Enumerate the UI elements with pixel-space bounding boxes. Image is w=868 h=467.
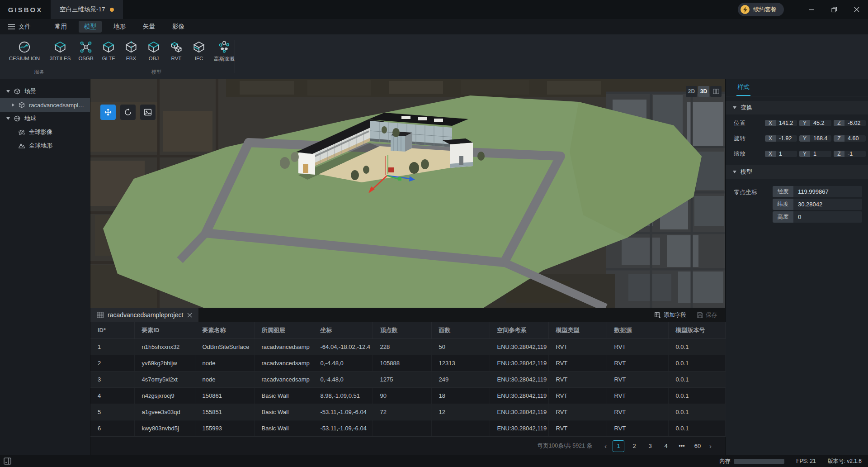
caret-down-icon[interactable] [6,117,10,120]
y-input[interactable]: Y 168.4 [799,135,831,142]
menu-item-file[interactable]: 文件 [8,23,31,31]
section-model[interactable]: 模型 [726,165,868,179]
ribbon-button-cesium-ion[interactable]: CESIUM ION [4,37,45,64]
move-tool-button[interactable] [100,105,116,120]
cell-vertex-count: 72 [373,404,431,420]
x-value[interactable]: 1 [776,151,797,157]
viewport-3d[interactable]: 2D 3D [90,79,725,308]
memory-indicator: 内存 [719,457,784,465]
page-button[interactable]: 3 [644,440,656,452]
tree-item-global-imagery[interactable]: 全球影像 [0,125,90,139]
ribbon-button-osgb[interactable]: OSGB [75,37,97,64]
cell-feature-id: kwy803nvbd5j [134,420,195,436]
x-value[interactable]: 141.2 [776,120,797,126]
rotate-tool-button[interactable] [120,105,136,120]
y-input[interactable]: Y 1 [799,151,831,157]
menu-item-vector[interactable]: 矢量 [137,21,160,33]
y-input[interactable]: Y 45.2 [799,120,831,126]
cell-id: 1 [90,338,134,355]
ribbon-button-ifc[interactable]: IFC [188,37,210,64]
z-value[interactable]: 4.60 [844,135,866,142]
save-button[interactable]: 保存 [697,311,717,319]
menu-item-common[interactable]: 常用 [49,21,72,33]
add-field-button[interactable]: 添加字段 [655,311,686,319]
origin-field-label: 高度 [773,211,793,223]
split-view-button[interactable] [710,86,722,97]
view-mode-3d-button[interactable]: 3D [698,86,709,97]
x-value[interactable]: -1.92 [776,135,797,142]
restore-button[interactable] [823,0,845,19]
pagination-bar: 每页100条/共 5921 条 ‹ 1234•••60 › [90,437,725,455]
box-icon [18,101,25,109]
renew-plan-button[interactable]: 续约套餐 [738,3,784,16]
view-mode-2d-button[interactable]: 2D [686,86,697,97]
close-button[interactable] [845,0,868,19]
snapshot-tool-button[interactable] [140,105,156,120]
tree-item-earth[interactable]: 地球 [0,112,90,125]
minimize-button[interactable] [800,0,823,19]
page-button[interactable]: 4 [660,440,672,452]
ribbon-button-obj[interactable]: OBJ [142,37,165,64]
console-icon[interactable] [4,457,11,465]
z-input[interactable]: Z -1 [834,151,866,157]
z-input[interactable]: Z 4.60 [834,135,866,142]
page-button[interactable]: 60 [692,440,703,452]
table-row[interactable]: 3 4s7omy5xl2xt node racadvancedsamp 0,-4… [90,371,725,387]
y-value[interactable]: 45.2 [810,120,831,126]
x-input[interactable]: X 141.2 [765,120,797,126]
ribbon-button-rvt[interactable]: RVT [165,37,188,64]
scene-tab[interactable]: 空白三维场景-17 [51,0,123,19]
z-value[interactable]: -6.02 [844,120,866,126]
page-button[interactable]: 1 [613,440,624,452]
table-row[interactable]: 5 a1gvee3s03qd 155851 Basic Wall -53.11,… [90,404,725,420]
ribbon-button-3dtiles[interactable]: 3DTILES [45,37,75,64]
table-row[interactable]: 2 yv69kg2bhijw node racadvancedsamp 0,-4… [90,355,725,371]
menu-item-model[interactable]: 模型 [79,21,102,33]
ribbon-button-fbx[interactable]: FBX [120,37,142,64]
origin-field[interactable]: 纬度 30.28042 [773,199,862,210]
tree-item-scene[interactable]: 场景 [0,85,90,98]
table-row[interactable]: 1 n1h5shxxnx32 OdBmSiteSurface racadvanc… [90,338,725,355]
axis-y-chip: Y [799,120,810,126]
z-input[interactable]: Z -6.02 [834,120,866,126]
x-input[interactable]: X 1 [765,151,797,157]
table-row[interactable]: 4 n4zgsjxrocj9 150861 Basic Wall 8.98,-1… [90,387,725,404]
cell-model-version: 0.0.1 [668,355,725,371]
origin-field[interactable]: 高度 0 [773,211,862,223]
next-page-icon[interactable]: › [708,442,713,450]
menu-item-terrain[interactable]: 地形 [108,21,131,33]
page-button[interactable]: 2 [628,440,640,452]
cell-face-count: 12 [431,404,490,420]
x-input[interactable]: X -1.92 [765,135,797,142]
transform-row-label: 位置 [734,119,763,127]
origin-field-value[interactable]: 0 [793,211,862,223]
tab-style[interactable]: 样式 [736,83,750,96]
menu-item-imagery[interactable]: 影像 [167,21,190,33]
cell-id: 3 [90,371,134,387]
ribbon-button-gaussian-splat[interactable]: 高斯泼溅 [210,37,238,65]
page-button[interactable]: ••• [676,440,688,452]
page-list: 1234•••60 [613,440,703,452]
table-tab[interactable]: racadvancedsampleproject [90,308,198,322]
origin-field-label: 纬度 [773,199,793,210]
tree-item-model-node[interactable]: racadvancedsampl… [0,98,90,112]
ribbon-button-gltf[interactable]: GLTF [97,37,120,64]
y-value[interactable]: 1 [810,151,831,157]
feature-table: ID*要素ID要素名称所属图层坐标顶点数面数空间参考系模型类型数据源模型版本号 … [90,322,726,437]
table-row[interactable]: 6 kwy803nvbd5j 155993 Basic Wall -53.11,… [90,420,725,436]
origin-field-value[interactable]: 119.999867 [793,186,862,197]
z-value[interactable]: -1 [844,151,866,157]
scene-tab-label: 空白三维场景-17 [60,5,105,14]
cube-icon [53,40,67,54]
tree-item-global-terrain[interactable]: 全球地形 [0,139,90,152]
origin-field-value[interactable]: 30.28042 [793,199,862,210]
section-transform[interactable]: 变换 [726,101,868,114]
close-icon[interactable] [187,313,192,318]
origin-field[interactable]: 经度 119.999867 [773,186,862,197]
caret-right-icon[interactable] [12,103,14,107]
cell-vertex-count: 105888 [373,355,431,371]
caret-down-icon[interactable] [6,90,10,93]
cell-model-version: 0.0.1 [668,371,725,387]
prev-page-icon[interactable]: ‹ [603,442,609,450]
y-value[interactable]: 168.4 [810,135,831,142]
